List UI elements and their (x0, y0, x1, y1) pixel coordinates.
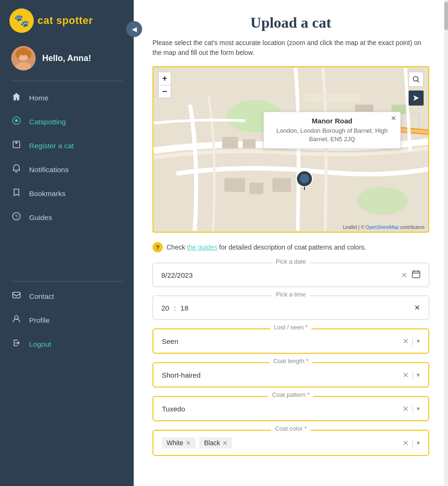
guide-hint-text-after: for detailed description of coat pattern… (217, 243, 366, 251)
coat-color-clear[interactable]: ✕ (402, 439, 409, 448)
map-search-button[interactable] (409, 72, 424, 87)
sidebar-item-home[interactable]: Home (0, 86, 134, 110)
logo-icon: 🐾 (9, 8, 34, 33)
sidebar-item-register-label: Register a cat (29, 142, 74, 150)
main-content: Upload a cat Please select the cat's mos… (134, 0, 448, 486)
coat-length-dropdown-arrow[interactable]: ▾ (417, 371, 420, 379)
svg-text:?: ? (15, 214, 18, 220)
color-tag-black: Black ✕ (199, 437, 232, 448)
sidebar-item-notifications[interactable]: Notifications (0, 158, 134, 182)
lost-seen-dropdown-arrow[interactable]: ▾ (417, 337, 420, 345)
register-icon (11, 140, 22, 152)
coat-pattern-select[interactable]: Coat pattern * Tuxedo ✕ | ▾ (152, 396, 429, 421)
map-container[interactable]: + + + − ✕ Manor Road London, London Boro… (152, 66, 429, 233)
map-popup: ✕ Manor Road London, London Borough of B… (263, 112, 401, 149)
profile-icon (11, 314, 22, 326)
coat-pattern-field: Coat pattern * Tuxedo ✕ | ▾ (152, 396, 429, 421)
scrollbar[interactable] (444, 0, 448, 486)
coat-color-label: Coat color * (271, 425, 311, 432)
page-subtitle: Please select the cat's most accurate lo… (152, 38, 429, 58)
popup-title: Manor Road (271, 117, 393, 125)
svg-point-6 (27, 51, 31, 58)
svg-point-5 (15, 51, 20, 58)
scrollbar-thumb[interactable] (444, 2, 448, 30)
sidebar-item-logout-label: Logout (29, 340, 51, 349)
time-separator: : (174, 304, 176, 312)
guide-link[interactable]: the guides (187, 243, 218, 251)
time-minute: 18 (181, 304, 189, 312)
bookmarks-icon (11, 188, 22, 199)
sidebar-item-contact[interactable]: Contact (0, 284, 134, 308)
map-zoom-in-button[interactable]: + (158, 72, 171, 85)
time-clear-button[interactable]: ✕ (414, 304, 420, 312)
sidebar-item-catspotting-label: Catspotting (29, 118, 66, 126)
svg-rect-12 (13, 292, 20, 298)
time-input-box[interactable]: Pick a time 20 : 18 ✕ (152, 296, 429, 320)
lost-seen-clear[interactable]: ✕ (402, 337, 409, 346)
coat-length-value: Short-haired (162, 371, 402, 379)
svg-rect-27 (243, 139, 255, 149)
svg-rect-18 (224, 178, 245, 192)
sidebar-item-contact-label: Contact (29, 292, 54, 301)
date-label: Pick a date (272, 258, 310, 265)
map-attribution: Leaflet | © OpenStreetMap contributors (343, 225, 425, 230)
coat-pattern-clear[interactable]: ✕ (402, 404, 409, 413)
color-tag-black-label: Black (204, 439, 220, 447)
popup-address: London, London Borough of Barnet, High B… (271, 127, 393, 144)
sidebar-item-profile[interactable]: Profile (0, 308, 134, 332)
map-locate-button[interactable] (409, 91, 424, 106)
coat-color-dropdown-arrow[interactable]: ▾ (417, 439, 420, 447)
time-hour: 20 (161, 304, 169, 312)
hint-icon: ? (152, 242, 163, 252)
logout-icon (11, 338, 22, 350)
sidebar-item-logout[interactable]: Logout (0, 332, 134, 356)
date-calendar-button[interactable] (412, 270, 420, 280)
coat-pattern-value: Tuxedo (162, 405, 402, 413)
date-input-box[interactable]: Pick a date 8/22/2023 ✕ (152, 263, 429, 287)
sidebar: 🐾 cat spotter ◀ Hello, Anna! (0, 0, 134, 486)
sidebar-item-profile-label: Profile (29, 316, 50, 325)
lost-seen-value: Seen (162, 337, 402, 345)
sidebar-item-guides[interactable]: ? Guides (0, 205, 134, 229)
sidebar-item-catspotting[interactable]: Catspotting (0, 110, 134, 134)
color-tag-white: White ✕ (162, 437, 196, 448)
svg-point-8 (15, 119, 18, 122)
user-greeting: Hello, Anna! (42, 53, 91, 63)
color-tag-white-label: White (167, 439, 183, 447)
date-clear-button[interactable]: ✕ (401, 271, 407, 280)
sidebar-item-bookmarks[interactable]: Bookmarks (0, 182, 134, 205)
sidebar-item-bookmarks-label: Bookmarks (29, 190, 66, 198)
catspotting-icon (11, 116, 22, 128)
sidebar-toggle-button[interactable]: ◀ (126, 21, 142, 37)
date-field: Pick a date 8/22/2023 ✕ (152, 263, 429, 287)
svg-text:🐾: 🐾 (301, 175, 309, 183)
coat-color-select[interactable]: Coat color * White ✕ Black ✕ ✕ | ▾ (152, 430, 429, 456)
popup-close-button[interactable]: ✕ (391, 114, 396, 122)
time-label: Pick a time (272, 291, 310, 298)
avatar (11, 46, 36, 70)
svg-marker-32 (413, 95, 419, 101)
svg-rect-36 (412, 271, 420, 278)
logo-text: cat spotter (38, 15, 93, 27)
coat-pattern-dropdown-arrow[interactable]: ▾ (417, 405, 420, 412)
sidebar-item-register[interactable]: Register a cat (0, 134, 134, 158)
coat-color-values: White ✕ Black ✕ (162, 437, 402, 448)
map-zoom-controls: + − (158, 72, 171, 98)
sidebar-item-guides-label: Guides (29, 213, 52, 222)
sidebar-item-notifications-label: Notifications (29, 166, 68, 174)
color-tag-white-remove[interactable]: ✕ (186, 440, 191, 447)
lost-seen-field: Lost / seen * Seen ✕ | ▾ (152, 328, 429, 354)
guide-hint: ? Check the guides for detailed descript… (152, 242, 429, 252)
lost-seen-select[interactable]: Lost / seen * Seen ✕ | ▾ (152, 328, 429, 354)
page-title: Upload a cat (152, 14, 429, 31)
map-zoom-out-button[interactable]: − (158, 85, 171, 98)
svg-point-16 (357, 187, 408, 215)
date-value: 8/22/2023 (161, 271, 396, 279)
color-tag-black-remove[interactable]: ✕ (222, 440, 228, 447)
contact-icon (11, 290, 22, 302)
bottom-nav-list: Contact Profile Logout (0, 284, 134, 486)
coat-length-clear[interactable]: ✕ (402, 371, 409, 380)
coat-length-select[interactable]: Coat length * Short-haired ✕ | ▾ (152, 362, 429, 387)
time-field: Pick a time 20 : 18 ✕ (152, 296, 429, 320)
sidebar-divider-top (11, 81, 122, 81)
